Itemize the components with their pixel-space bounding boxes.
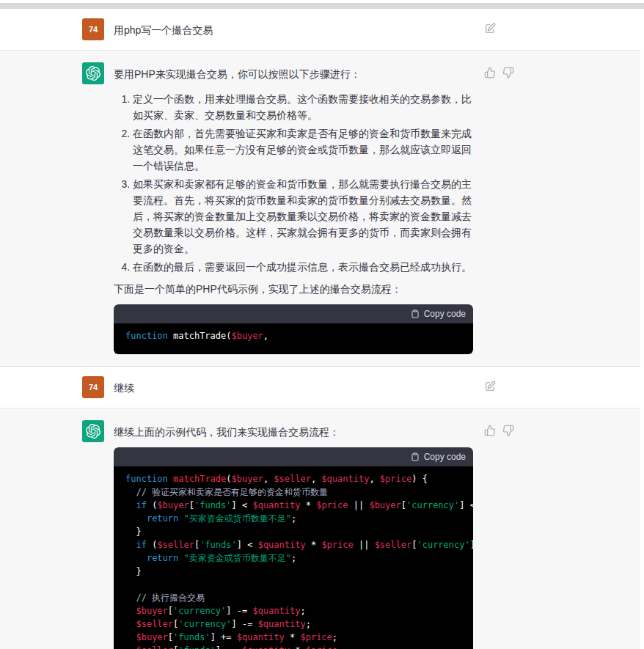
- openai-logo-icon: [86, 424, 100, 439]
- assistant-message-content: 要用PHP来实现撮合交易，你可以按照以下步骤进行： 定义一个函数，用来处理撮合交…: [114, 62, 473, 354]
- code-content: function matchTrade($buyer,: [114, 323, 473, 354]
- assistant-intro-text: 要用PHP来实现撮合交易，你可以按照以下步骤进行：: [114, 66, 473, 82]
- feedback-actions: [484, 420, 514, 436]
- copy-code-button[interactable]: Copy code: [411, 452, 466, 462]
- chatgpt-avatar: [82, 420, 104, 442]
- user-message-text: 用php写一个撮合交易: [114, 22, 473, 38]
- assistant-intro-text: 继续上面的示例代码，我们来实现撮合交易流程：: [114, 424, 473, 440]
- conversation-thread: 74 用php写一个撮合交易 要用PHP来实现撮合交易，你可以按照以下步骤进行：…: [0, 0, 644, 649]
- user-message-text: 继续: [114, 380, 473, 396]
- steps-list: 定义一个函数，用来处理撮合交易。这个函数需要接收相关的交易参数，比如买家、卖家、…: [114, 91, 473, 275]
- clipboard-icon: [411, 452, 420, 461]
- user-message-row-2: 74 继续: [0, 367, 644, 408]
- thumbs-up-icon[interactable]: [484, 425, 496, 436]
- openai-logo-icon: [86, 66, 100, 81]
- assistant-message-content: 继续上面的示例代码，我们来实现撮合交易流程： Copy code functio…: [114, 420, 473, 649]
- top-divider: [0, 3, 644, 9]
- user-message-content: 用php写一个撮合交易: [114, 18, 473, 38]
- copy-code-label: Copy code: [424, 452, 466, 462]
- code-block-header: Copy code: [114, 447, 473, 466]
- list-item: 定义一个函数，用来处理撮合交易。这个函数需要接收相关的交易参数，比如买家、卖家、…: [133, 91, 473, 123]
- code-block-1: Copy code function matchTrade($buyer,: [114, 304, 473, 354]
- message-actions: [484, 18, 496, 34]
- feedback-actions: [484, 62, 514, 78]
- user-avatar: 74: [82, 18, 104, 40]
- code-content: function matchTrade($buyer, $seller, $qu…: [114, 466, 473, 649]
- copy-code-button[interactable]: Copy code: [411, 309, 466, 319]
- list-item: 在函数内部，首先需要验证买家和卖家是否有足够的资金和货币数量来完成这笔交易。如果…: [133, 125, 473, 174]
- chatgpt-avatar: [82, 62, 104, 84]
- chat-page: 74 用php写一个撮合交易 要用PHP来实现撮合交易，你可以按照以下步骤进行：…: [0, 0, 644, 649]
- user-message-content: 继续: [114, 376, 473, 396]
- thumbs-down-icon[interactable]: [502, 67, 514, 78]
- assistant-message-row-2: 继续上面的示例代码，我们来实现撮合交易流程： Copy code functio…: [0, 408, 644, 649]
- user-avatar: 74: [82, 376, 104, 398]
- assistant-outro-text: 下面是一个简单的PHP代码示例，实现了上述的撮合交易流程：: [114, 281, 473, 297]
- user-message-row-1: 74 用php写一个撮合交易: [0, 9, 644, 51]
- code-block-header: Copy code: [114, 304, 473, 323]
- clipboard-icon: [411, 309, 420, 318]
- scrollbar-track[interactable]: [640, 9, 644, 649]
- message-actions: [484, 376, 496, 392]
- code-block-2: Copy code function matchTrade($buyer, $s…: [114, 447, 473, 649]
- edit-message-icon[interactable]: [484, 381, 496, 392]
- list-item: 如果买家和卖家都有足够的资金和货币数量，那么就需要执行撮合交易的主要流程。首先，…: [133, 176, 473, 257]
- list-item: 在函数的最后，需要返回一个成功提示信息，表示撮合交易已经成功执行。: [133, 259, 473, 275]
- thumbs-up-icon[interactable]: [484, 67, 496, 78]
- assistant-message-row-1: 要用PHP来实现撮合交易，你可以按照以下步骤进行： 定义一个函数，用来处理撮合交…: [0, 51, 644, 367]
- edit-message-icon[interactable]: [484, 23, 496, 34]
- thumbs-down-icon[interactable]: [502, 425, 514, 436]
- copy-code-label: Copy code: [424, 309, 466, 319]
